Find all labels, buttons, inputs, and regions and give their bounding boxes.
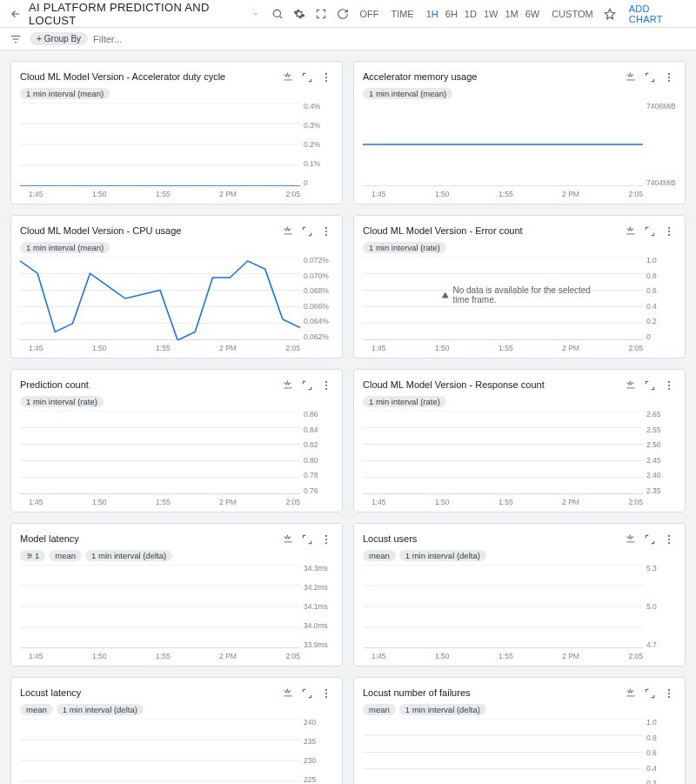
expand-icon[interactable] (300, 379, 314, 392)
expand-icon[interactable] (300, 687, 314, 700)
group-by-chip[interactable]: +Group By (30, 32, 88, 45)
more-menu-icon[interactable] (662, 533, 676, 546)
time-range-6h[interactable]: 6H (442, 9, 461, 19)
time-range-1h[interactable]: 1H (423, 9, 442, 19)
time-range-6w[interactable]: 6W (522, 9, 544, 19)
chart-plot[interactable]: 240235230225220 1:451:501:552 PM2:05 (20, 719, 333, 784)
caret-down-icon (252, 10, 259, 17)
svg-point-3 (325, 80, 327, 82)
more-menu-icon[interactable] (319, 533, 333, 546)
legend-toggle-icon[interactable] (281, 379, 295, 392)
metric-chip[interactable]: 1 min interval (mean) (20, 88, 110, 99)
more-menu-icon[interactable] (662, 379, 676, 392)
chart-plot[interactable]: 1.00.80.60.40.20 1:451:501:552 PM2:05 (363, 719, 676, 784)
metric-chip[interactable]: mean (49, 550, 82, 561)
y-tick: 0.064% (304, 318, 333, 325)
filter-bar: +Group By (0, 28, 696, 50)
filter-list-icon[interactable] (7, 30, 24, 48)
legend-toggle-icon[interactable] (281, 687, 295, 700)
x-axis: 1:451:501:552 PM2:05 (371, 652, 643, 660)
search-icon[interactable] (269, 5, 285, 23)
legend-toggle-icon[interactable] (624, 533, 638, 546)
chart-plot[interactable]: 0.4%0.3%0.2%0.1%0 1:451:501:552 PM2:05 (20, 103, 333, 198)
svg-point-24 (668, 227, 670, 229)
legend-toggle-icon[interactable] (624, 379, 638, 392)
x-tick: 2 PM (562, 344, 579, 352)
expand-icon[interactable] (643, 687, 657, 700)
metric-chip[interactable]: 1 min interval (mean) (363, 88, 452, 99)
add-chart-button[interactable]: ADD CHART (624, 3, 689, 24)
chart-plot[interactable]: 7406MiB7404MiB 1:451:501:552 PM2:05 (363, 103, 676, 198)
y-tick: 0.062% (304, 333, 333, 341)
svg-point-55 (325, 539, 327, 540)
x-tick: 2:05 (628, 652, 643, 660)
chart-plot[interactable]: 0.072%0.070%0.068%0.066%0.064%0.062% 1:4… (20, 257, 333, 352)
y-tick: 7404MiB (646, 179, 676, 187)
chart-card: Cloud ML Model Version - CPU usage 1 min… (10, 215, 343, 358)
expand-icon[interactable] (300, 224, 314, 238)
y-tick: 4.7 (646, 641, 676, 649)
x-tick: 2 PM (562, 652, 579, 660)
legend-toggle-icon[interactable] (624, 224, 638, 238)
time-range-custom[interactable]: CUSTOM (548, 9, 596, 19)
svg-point-25 (668, 231, 670, 232)
y-tick: 0.86 (304, 411, 333, 419)
metric-chip[interactable]: 1 min interval (rate) (363, 242, 446, 253)
svg-point-74 (325, 696, 327, 698)
chart-plot[interactable]: 5.35.04.7 1:451:501:552 PM2:05 (363, 565, 676, 660)
legend-toggle-icon[interactable] (624, 70, 638, 84)
refresh-icon[interactable] (334, 5, 351, 23)
metric-chip[interactable]: 1 min interval (delta) (399, 704, 486, 715)
x-tick: 1:55 (156, 190, 171, 198)
expand-icon[interactable] (643, 70, 657, 84)
filter-input[interactable] (93, 34, 689, 44)
legend-toggle-icon[interactable] (281, 224, 295, 238)
more-menu-icon[interactable] (662, 224, 676, 238)
chart-card: Cloud ML Model Version - Accelerator dut… (10, 61, 343, 204)
page-title[interactable]: AI PLATFORM PREDICTION AND LOCUST (29, 1, 258, 27)
more-menu-icon[interactable] (319, 70, 333, 84)
star-icon[interactable] (602, 5, 619, 23)
chart-plot[interactable]: 34.3ms34.2ms34.1ms34.0ms33.9ms 1:451:501… (20, 565, 333, 660)
x-axis: 1:451:501:552 PM2:05 (29, 190, 300, 198)
expand-icon[interactable] (643, 224, 657, 238)
more-menu-icon[interactable] (319, 687, 333, 700)
expand-icon[interactable] (300, 533, 314, 546)
y-tick: 0.80 (304, 457, 333, 465)
svg-point-11 (668, 77, 670, 78)
expand-icon[interactable] (643, 379, 657, 392)
more-menu-icon[interactable] (319, 379, 333, 392)
time-range-1m[interactable]: 1M (501, 9, 521, 19)
expand-icon[interactable] (300, 70, 314, 84)
time-range-1d[interactable]: 1D (461, 9, 480, 19)
metric-chip[interactable]: mean (20, 704, 53, 715)
legend-toggle-icon[interactable] (281, 70, 295, 84)
more-menu-icon[interactable] (319, 224, 333, 238)
legend-toggle-icon[interactable] (281, 533, 295, 546)
x-tick: 2:05 (285, 652, 300, 660)
metric-chip[interactable]: 1 min interval (delta) (85, 550, 172, 561)
settings-icon[interactable] (291, 5, 307, 23)
x-tick: 2 PM (219, 498, 237, 506)
chart-plot[interactable]: 1.00.80.60.40.20 1:451:501:552 PM2:05 No… (363, 257, 676, 352)
metric-chip[interactable]: 1 min interval (rate) (363, 396, 446, 407)
back-arrow-icon[interactable] (7, 5, 23, 23)
chart-plot[interactable]: 2.652.552.502.452.402.35 1:451:501:552 P… (363, 411, 676, 506)
filter-chip[interactable]: 1 (20, 550, 45, 561)
time-range-1w[interactable]: 1W (480, 9, 502, 19)
svg-point-14 (325, 227, 327, 229)
fullscreen-icon[interactable] (312, 5, 329, 23)
metric-chip[interactable]: 1 min interval (delta) (399, 550, 486, 561)
more-menu-icon[interactable] (662, 687, 676, 700)
auto-refresh-off[interactable]: OFF (356, 9, 382, 19)
metric-chip[interactable]: 1 min interval (rate) (20, 396, 104, 407)
more-menu-icon[interactable] (662, 70, 676, 84)
metric-chip[interactable]: 1 min interval (delta) (57, 704, 144, 715)
metric-chip[interactable]: 1 min interval (mean) (20, 242, 110, 253)
expand-icon[interactable] (643, 533, 657, 546)
legend-toggle-icon[interactable] (624, 687, 638, 700)
metric-chip[interactable]: mean (363, 704, 396, 715)
chart-plot[interactable]: 0.860.840.820.800.780.76 1:451:501:552 P… (20, 411, 333, 506)
metric-chip[interactable]: mean (363, 550, 396, 561)
y-axis: 34.3ms34.2ms34.1ms34.0ms33.9ms (302, 565, 333, 648)
